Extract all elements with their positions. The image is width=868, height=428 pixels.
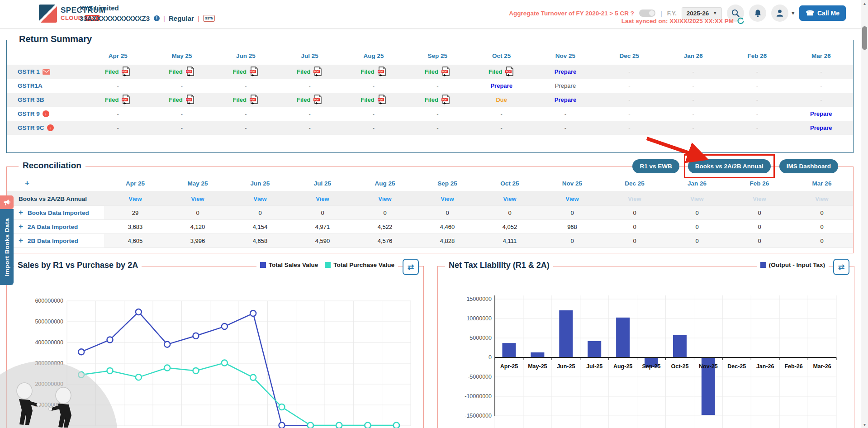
view-link-disabled: View xyxy=(753,195,766,202)
prepare-link[interactable]: Prepare xyxy=(555,96,576,103)
status-filed: Filed xyxy=(105,96,119,103)
empty-cell: - xyxy=(308,110,310,117)
pdf-download-icon[interactable]: PDF xyxy=(377,67,387,77)
reconciliation-panel: Reconciliation +Apr 25May 25Jun 25Jul 25… xyxy=(6,166,854,253)
svg-text:-5000000: -5000000 xyxy=(468,374,492,380)
separator: | xyxy=(660,10,662,17)
view-link[interactable]: View xyxy=(378,195,391,202)
empty-cell: - xyxy=(373,82,375,89)
export-icon[interactable]: ⇄ xyxy=(833,259,849,275)
envelope-icon[interactable] xyxy=(43,69,50,75)
user-menu-button[interactable] xyxy=(771,5,788,22)
notifications-button[interactable] xyxy=(749,5,766,22)
pdf-download-icon[interactable]: PDF xyxy=(249,67,259,77)
vertical-scrollbar: ▴ ▾ xyxy=(861,0,868,428)
table-row: GSTR 3BFiled PDF Filed PDF Filed PDF Fil… xyxy=(7,93,853,107)
expand-row-button[interactable]: + xyxy=(19,222,23,231)
month-header: Apr 25 xyxy=(104,180,166,187)
export-icon[interactable]: ⇄ xyxy=(403,259,419,275)
prepare-link[interactable]: Prepare xyxy=(555,68,576,75)
recon-tab-button[interactable]: IMS Dashboard xyxy=(779,159,838,173)
prepare-label: Prepare xyxy=(555,82,576,89)
return-row-label: GSTR1A xyxy=(18,82,43,89)
download-circle-icon[interactable]: ↓ xyxy=(43,110,49,117)
return-row-label: GSTR 1 xyxy=(18,68,40,75)
view-link[interactable]: View xyxy=(253,195,266,202)
recon-tab-button[interactable]: R1 vs EWB xyxy=(632,159,679,173)
pdf-download-icon[interactable]: PDF xyxy=(313,67,323,77)
view-link[interactable]: View xyxy=(316,195,329,202)
table-row: GSTR1A------PreparePrepare---- xyxy=(7,79,853,93)
status-filed: Filed xyxy=(233,68,247,75)
svg-text:-10000000: -10000000 xyxy=(465,393,492,399)
scroll-up-arrow[interactable]: ▴ xyxy=(861,1,868,6)
imported-count: 0 xyxy=(758,238,761,244)
expand-row-button[interactable]: + xyxy=(19,208,23,217)
call-me-label: Call Me xyxy=(817,10,840,17)
pdf-download-icon[interactable]: PDF xyxy=(185,67,195,77)
month-header: May 25 xyxy=(150,52,213,59)
status-filed: Filed xyxy=(297,96,310,103)
announcements-tab[interactable] xyxy=(0,195,14,209)
refresh-icon[interactable] xyxy=(737,17,745,25)
pdf-download-icon[interactable]: PDF xyxy=(121,95,131,105)
svg-text:5000000: 5000000 xyxy=(470,335,492,341)
imported-count: 968 xyxy=(567,224,577,230)
view-link[interactable]: View xyxy=(191,195,204,202)
pdf-download-icon[interactable]: PDF xyxy=(185,95,195,105)
prepare-link[interactable]: Prepare xyxy=(490,82,512,89)
month-header: Sep 25 xyxy=(406,52,470,59)
view-link[interactable]: View xyxy=(503,195,516,202)
turnover-question-label: Aggregate Turnover of FY 2020-21 > 5 CR … xyxy=(509,10,634,17)
table-row: + Books Data Imported2900000000000 xyxy=(7,206,853,220)
import-books-data-tab[interactable]: Import Books Data xyxy=(0,209,14,285)
pdf-download-icon[interactable]: PDF xyxy=(249,95,259,105)
empty-cell: - xyxy=(308,82,310,89)
prepare-link[interactable]: Prepare xyxy=(810,110,832,117)
svg-text:Oct-25: Oct-25 xyxy=(671,363,689,370)
scrollbar-thumb[interactable] xyxy=(862,26,867,50)
empty-cell: - xyxy=(436,82,438,89)
pdf-download-icon[interactable]: PDF xyxy=(313,95,323,105)
imported-count: 4,522 xyxy=(378,224,393,230)
call-me-button[interactable]: ☎ Call Me xyxy=(799,5,846,21)
status-filed: Filed xyxy=(425,96,438,103)
svg-text:15000000: 15000000 xyxy=(466,296,492,302)
recon-tab-button[interactable]: Books vs 2A/2B Annual xyxy=(688,159,771,173)
imported-count: 0 xyxy=(633,224,636,230)
imported-count: 0 xyxy=(321,209,324,216)
view-link[interactable]: View xyxy=(565,195,579,202)
return-row-label: GSTR 9C xyxy=(18,124,44,131)
user-menu-caret-icon[interactable]: ▾ xyxy=(792,10,794,16)
pdf-download-icon[interactable]: PDF xyxy=(121,67,131,77)
gstn-logo-icon[interactable]: GSTN xyxy=(203,15,215,22)
empty-cell: - xyxy=(436,110,438,117)
expand-all-button[interactable]: + xyxy=(7,179,104,188)
turnover-toggle[interactable] xyxy=(639,10,655,17)
empty-cell: - xyxy=(692,82,694,89)
due-link[interactable]: Due xyxy=(496,96,507,103)
pdf-download-icon[interactable]: PDF xyxy=(441,67,451,77)
empty-cell: - xyxy=(692,110,694,117)
view-link[interactable]: View xyxy=(128,195,142,202)
info-icon[interactable]: i xyxy=(154,15,160,21)
expand-row-button[interactable]: + xyxy=(19,236,23,245)
pdf-download-icon[interactable]: PDF xyxy=(505,67,514,77)
reconciliation-table: +Apr 25May 25Jun 25Jul 25Aug 25Sep 25Oct… xyxy=(7,175,853,248)
month-header: Jan 26 xyxy=(666,180,728,187)
status-filed: Filed xyxy=(489,68,502,75)
prepare-link[interactable]: Prepare xyxy=(810,124,832,131)
imported-count: 0 xyxy=(820,238,823,244)
month-header: Jul 25 xyxy=(278,52,342,59)
view-link[interactable]: View xyxy=(441,195,454,202)
import-books-data-label: Import Books Data xyxy=(4,218,10,276)
empty-cell: - xyxy=(628,96,630,103)
pdf-download-icon[interactable]: PDF xyxy=(441,95,451,105)
imported-count: 0 xyxy=(570,209,574,216)
svg-text:PDF: PDF xyxy=(250,98,256,101)
month-header: Aug 25 xyxy=(342,52,405,59)
pdf-download-icon[interactable]: PDF xyxy=(377,95,387,105)
month-header: Mar 26 xyxy=(791,180,853,187)
download-circle-icon[interactable]: ↓ xyxy=(47,124,54,131)
scroll-down-arrow[interactable]: ▾ xyxy=(861,422,868,427)
